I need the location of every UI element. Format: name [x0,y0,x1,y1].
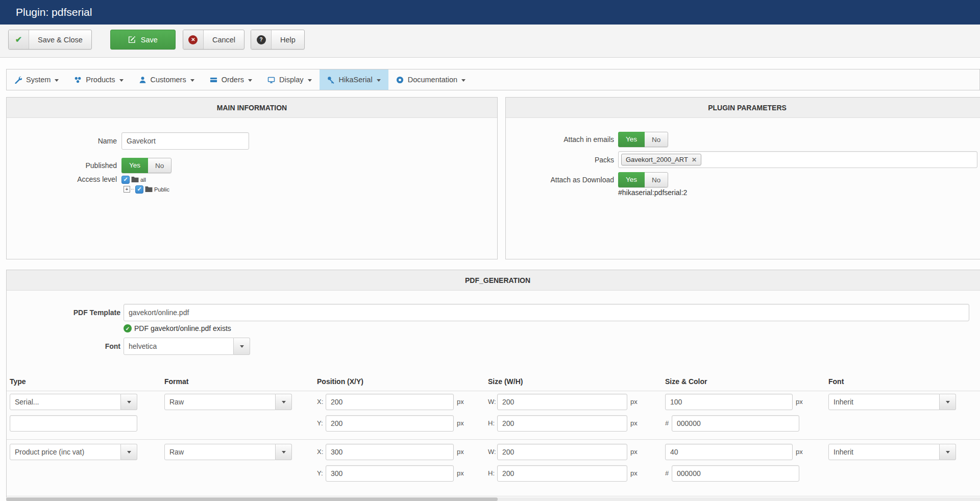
select-button[interactable] [940,394,956,410]
select-button[interactable] [234,338,250,355]
checkbox-public[interactable] [135,185,143,194]
cancel-button[interactable]: Cancel [183,30,244,50]
pack-chip[interactable]: Gavekort_2000_ART [621,154,701,165]
px-unit: px [457,444,464,460]
font-size-field[interactable] [665,394,793,410]
type-select[interactable]: Product price (inc vat) [10,444,137,460]
chip-remove-icon[interactable] [692,156,697,163]
menu-item-hikaserial[interactable]: HikaSerial [320,69,388,90]
menu-label: HikaSerial [339,76,373,84]
format-select[interactable]: Raw [164,394,292,410]
pos-x-field[interactable] [326,394,454,410]
row-font-value: Inherit [828,444,940,460]
attach-download-toggle[interactable]: Yes No [618,172,668,187]
px-unit: px [630,444,638,460]
menu-item-system[interactable]: System [7,69,66,90]
format-select-value: Raw [164,394,276,410]
menu-item-display[interactable]: Display [260,69,320,90]
published-label: Published [7,161,117,170]
life-ring-icon [396,76,404,84]
w-label: W: [488,394,496,410]
user-icon [139,76,146,84]
type-select-value: Product price (inc vat) [10,444,121,460]
save-close-button[interactable]: Save & Close [8,30,92,50]
select-button[interactable] [276,394,292,410]
menu-item-customers[interactable]: Customers [131,69,202,90]
col-font: Font [828,377,844,386]
table-row: Serial... Raw X: px Y: px W: px H: px px… [7,391,980,440]
row-font-select[interactable]: Inherit [828,394,956,410]
size-h-field[interactable] [497,415,627,432]
help-icon [257,35,266,44]
menu-label: Display [279,76,304,84]
color-field[interactable] [672,465,799,482]
plugin-hash-reference: #hikaserial:pdfserial:2 [618,188,980,197]
pack-chip-label: Gavekort_2000_ART [626,156,688,163]
row-font-select[interactable]: Inherit [828,444,956,460]
tree-node-label: all [140,177,146,183]
chevron-down-icon [282,451,286,454]
pos-y-field[interactable] [326,415,454,432]
pos-y-field[interactable] [326,465,454,482]
tree-connector [131,189,134,189]
toggle-no[interactable]: No [645,172,668,187]
px-unit: px [796,394,803,410]
menu-label: Orders [222,76,244,84]
name-field[interactable] [121,132,249,150]
font-size-field[interactable] [665,444,793,460]
select-button[interactable] [276,444,292,460]
toggle-yes[interactable]: Yes [618,132,645,147]
chevron-down-icon [127,401,131,403]
select-button[interactable] [121,444,137,460]
packs-label: Packs [506,156,614,164]
menu-item-products[interactable]: Products [66,69,131,90]
format-select[interactable]: Raw [164,444,292,460]
published-toggle[interactable]: Yes No [121,158,172,173]
checkbox-all[interactable] [121,176,130,184]
help-button[interactable]: Help [251,30,305,50]
tree-expander[interactable] [124,186,130,193]
help-label: Help [272,30,304,49]
pdf-template-field[interactable] [124,304,969,321]
toggle-no[interactable]: No [645,132,668,147]
tree-node-label: Public [154,186,169,193]
toggle-yes[interactable]: Yes [121,158,148,173]
font-select-value: helvetica [124,338,234,355]
chevron-down-icon [190,79,194,82]
attach-emails-label: Attach in emails [506,135,614,144]
col-type: Type [10,377,26,386]
pos-x-field[interactable] [326,444,454,460]
size-h-field[interactable] [497,465,627,482]
folder-icon [131,176,139,183]
horizontal-scrollbar-thumb[interactable] [6,497,498,501]
type-extra-field[interactable] [10,415,137,432]
font-select[interactable]: helvetica [124,338,250,355]
px-unit: px [457,415,464,432]
title-bar: Plugin: pdfserial [0,0,980,25]
save-button[interactable]: Save [110,30,176,50]
pdf-template-label: PDF Template [7,308,120,317]
attach-emails-toggle[interactable]: Yes No [618,132,668,147]
col-format: Format [164,377,188,386]
size-w-field[interactable] [497,444,627,460]
type-select[interactable]: Serial... [10,394,137,410]
chevron-down-icon [282,401,286,403]
toggle-yes[interactable]: Yes [618,172,645,187]
px-unit: px [630,415,638,432]
packs-input[interactable]: Gavekort_2000_ART [618,151,977,168]
menu-item-orders[interactable]: Orders [202,69,260,90]
select-button[interactable] [121,394,137,410]
monitor-icon [267,76,275,84]
chevron-down-icon [55,79,59,82]
font-label: Font [7,342,120,350]
toggle-no[interactable]: No [148,158,172,173]
color-field[interactable] [672,415,799,432]
size-w-field[interactable] [497,394,627,410]
select-button[interactable] [940,444,956,460]
chevron-down-icon [946,401,950,403]
y-label: Y: [317,415,323,432]
main-menu: System Products Customers Orders Display… [6,69,980,90]
cancel-label: Cancel [204,30,244,49]
menu-item-documentation[interactable]: Documentation [388,69,474,90]
chevron-down-icon [461,79,465,82]
